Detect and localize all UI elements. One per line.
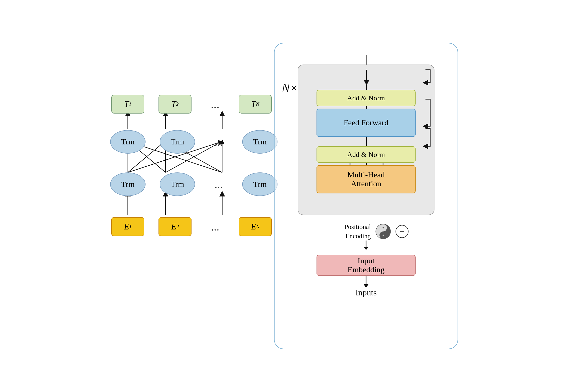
- pos-enc-label: Positional Encoding: [324, 222, 371, 240]
- pos-enc-row: Positional Encoding +: [324, 222, 408, 240]
- trm-bot-1: Trm: [110, 172, 146, 196]
- arrow-down-2: [361, 276, 371, 288]
- input-embedding-box: Input Embedding: [316, 255, 416, 276]
- multi-head-attention-box: Multi-Head Attention: [316, 165, 416, 193]
- dots-3: ...: [209, 178, 228, 191]
- feed-forward-box: Feed Forward: [316, 109, 416, 137]
- left-panel: T1 T2 ... TN Trm Trm ... Trm Trm Trm ...…: [109, 92, 246, 300]
- embed-en: EN: [239, 217, 272, 236]
- arrow-down-1: [361, 240, 371, 250]
- yin-yang-icon: [375, 224, 391, 239]
- bottom-connectors: Input Embedding Inputs: [316, 240, 416, 297]
- right-panel: N×: [274, 43, 458, 349]
- token-tn: TN: [239, 95, 272, 113]
- svg-marker-30: [364, 284, 368, 288]
- svg-point-26: [383, 234, 384, 236]
- trm-top-row: Trm Trm ... Trm: [110, 130, 278, 154]
- dots-2: ...: [209, 136, 228, 148]
- add-norm-top: Add & Norm: [316, 90, 416, 106]
- trm-top-2: Trm: [160, 130, 195, 154]
- trm-top-n: Trm: [242, 130, 278, 154]
- embed-row: E1 E2 ... EN: [111, 217, 272, 236]
- embed-e1: E1: [111, 217, 144, 236]
- add-norm-bottom: Add & Norm: [316, 146, 416, 163]
- token-t1: T1: [111, 95, 144, 113]
- trm-bottom-row: Trm Trm ... Trm: [110, 172, 278, 196]
- nx-box: Add & Norm Feed Forward Add & Norm Multi…: [298, 65, 434, 215]
- trm-top-1: Trm: [110, 130, 146, 154]
- trm-bot-n: Trm: [242, 172, 278, 196]
- top-residual-line: [366, 55, 367, 65]
- output-tokens-row: T1 T2 ... TN: [111, 95, 272, 113]
- plus-circle: +: [396, 225, 408, 238]
- dots-1: ...: [206, 98, 224, 111]
- token-t2: T2: [159, 95, 192, 113]
- trm-bot-2: Trm: [160, 172, 195, 196]
- svg-marker-28: [364, 247, 368, 250]
- nx-label: N×: [282, 81, 298, 95]
- svg-point-25: [383, 227, 384, 228]
- embed-e2: E2: [159, 217, 192, 236]
- inputs-label: Inputs: [356, 288, 377, 297]
- dots-4: ...: [206, 220, 224, 233]
- connections-svg: [109, 92, 246, 300]
- main-container: T1 T2 ... TN Trm Trm ... Trm Trm Trm ...…: [0, 0, 567, 392]
